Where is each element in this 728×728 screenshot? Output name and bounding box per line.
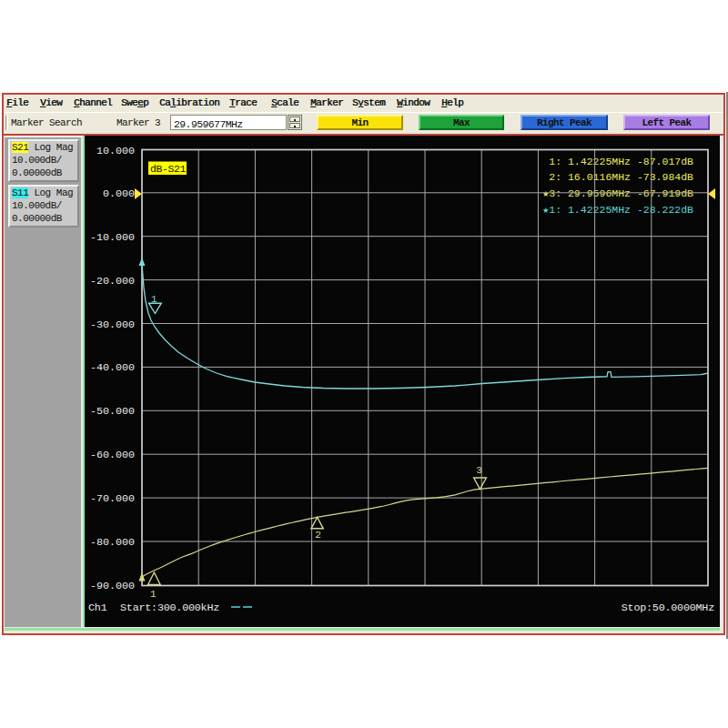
svg-text:Ch1: Ch1 [88,602,107,614]
svg-text:2: 2 [315,530,321,541]
svg-text:0.000: 0.000 [103,187,135,200]
svg-text:1: 1 [150,589,157,600]
svg-text:-20.000: -20.000 [90,275,135,288]
svg-text:Stop:50.0000MHz: Stop:50.0000MHz [622,602,714,614]
svg-text:-40.000: -40.000 [90,361,135,374]
svg-text:-60.000: -60.000 [90,449,135,461]
svg-text:★3: 29.9596MHz -67.919dB: ★3: 29.9596MHz -67.919dB [542,187,693,199]
svg-text:-30.000: -30.000 [90,318,135,331]
svg-text:-80.000: -80.000 [90,536,135,549]
svg-text:Start:300.000kHz: Start:300.000kHz [120,602,219,614]
svg-text:1: 1.42225MHz -87.017dB: 1: 1.42225MHz -87.017dB [549,156,693,167]
svg-text:-10.000: -10.000 [90,231,135,244]
svg-text:10.000: 10.000 [96,145,135,157]
svg-text:2: 16.0116MHz -73.984dB: 2: 16.0116MHz -73.984dB [549,171,693,183]
svg-text:1: 1 [151,294,157,305]
svg-text:★1: 1.42225MHz -28.222dB: ★1: 1.42225MHz -28.222dB [542,204,693,216]
svg-text:-90.000: -90.000 [90,580,135,592]
svg-text:dB-S21: dB-S21 [150,163,187,175]
svg-text:3: 3 [476,465,482,476]
svg-text:-50.000: -50.000 [90,405,135,418]
svg-text:-70.000: -70.000 [90,492,135,505]
